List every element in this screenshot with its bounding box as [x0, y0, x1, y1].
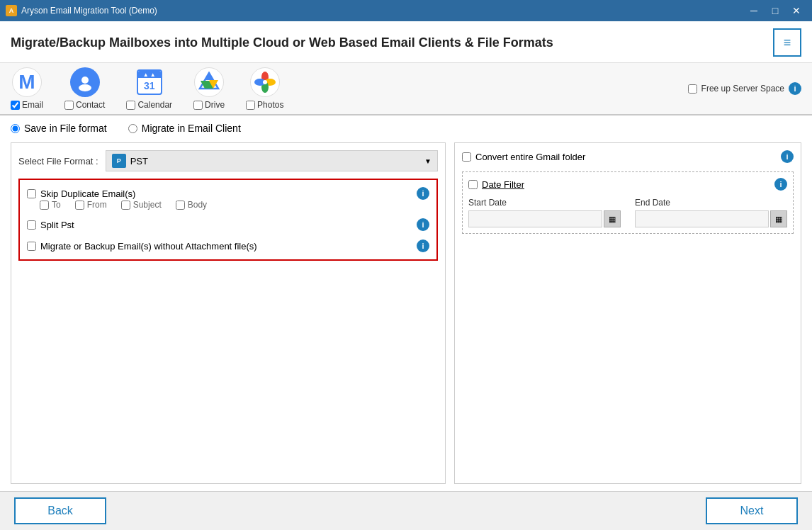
- start-date-picker-button[interactable]: ▦: [604, 210, 621, 227]
- split-pst-label: Split Pst: [40, 220, 74, 230]
- migrate-email-option[interactable]: Migrate in Email Client: [128, 123, 241, 134]
- sub-option-subject[interactable]: Subject: [121, 200, 162, 210]
- start-date-label: Start Date: [468, 198, 621, 208]
- skip-duplicate-checkbox[interactable]: [27, 189, 36, 198]
- title-bar: A Aryson Email Migration Tool (Demo) ─ □…: [0, 0, 812, 21]
- migrate-email-label: Migrate in Email Client: [142, 123, 241, 134]
- migrate-email-radio[interactable]: [128, 124, 137, 133]
- free-server-space-checkbox[interactable]: [688, 84, 697, 94]
- right-panel: Convert entire Gmail folder i Date Filte…: [454, 142, 801, 484]
- back-button[interactable]: Back: [14, 497, 106, 524]
- close-button[interactable]: ✕: [786, 3, 806, 18]
- date-filter-section: Date Filter i Start Date ▦ End Date: [462, 171, 794, 234]
- tab-photos-label[interactable]: Photos: [246, 100, 283, 110]
- calendar-icon: ▲ ▲ 31: [135, 67, 164, 97]
- sub-option-to[interactable]: To: [40, 200, 61, 210]
- tab-photos-checkbox[interactable]: [246, 101, 255, 110]
- gmail-icon: M: [12, 67, 42, 97]
- tab-calendar-checkbox[interactable]: [126, 101, 135, 110]
- date-row: Start Date ▦ End Date ▦: [468, 198, 787, 227]
- format-value-text: PST: [130, 156, 148, 167]
- minimize-button[interactable]: ─: [744, 3, 764, 18]
- window-controls: ─ □ ✕: [744, 3, 806, 18]
- left-panel: Select File Format : P PST ▼: [11, 142, 446, 484]
- save-in-file-radio[interactable]: [11, 124, 20, 133]
- start-date-input[interactable]: [468, 210, 602, 227]
- free-server-space-label: Free up Server Space: [701, 84, 784, 94]
- pst-icon: P: [112, 154, 126, 168]
- date-filter-info-icon[interactable]: i: [774, 178, 787, 191]
- end-date-col: End Date ▦: [635, 198, 787, 227]
- migrate-no-attachment-checkbox[interactable]: [27, 242, 36, 251]
- sub-option-body-label: Body: [188, 200, 207, 210]
- app-title: Aryson Email Migration Tool (Demo): [21, 6, 157, 16]
- split-pst-info-icon[interactable]: i: [417, 218, 429, 231]
- format-label: Select File Format :: [18, 156, 98, 167]
- footer: Back Next: [0, 491, 812, 530]
- format-row: Select File Format : P PST ▼: [18, 150, 438, 171]
- sub-option-to-checkbox[interactable]: [40, 201, 49, 210]
- sub-option-body[interactable]: Body: [176, 200, 207, 210]
- sub-option-to-label: To: [52, 200, 61, 210]
- migrate-no-attachment-label: Migrate or Backup Email(s) without Attac…: [40, 241, 257, 252]
- format-select-dropdown[interactable]: P PST ▼: [106, 150, 438, 171]
- start-date-input-row: ▦: [468, 210, 621, 227]
- date-filter-header: Date Filter i: [468, 178, 787, 191]
- skip-duplicate-label: Skip Duplicate Email(s): [40, 188, 135, 199]
- radio-row: Save in File format Migrate in Email Cli…: [11, 123, 801, 134]
- convert-gmail-label: Convert entire Gmail folder: [475, 152, 585, 162]
- photos-icon: [250, 67, 280, 97]
- date-filter-checkbox[interactable]: [468, 180, 478, 189]
- maximize-button[interactable]: □: [765, 3, 785, 18]
- options-box: Skip Duplicate Email(s) i To From: [18, 179, 438, 261]
- tab-contact[interactable]: Contact: [64, 67, 105, 110]
- sub-option-subject-checkbox[interactable]: [121, 201, 130, 210]
- sub-option-body-checkbox[interactable]: [176, 201, 185, 210]
- tab-calendar-label[interactable]: Calendar: [126, 100, 172, 110]
- tab-contact-checkbox[interactable]: [64, 101, 74, 110]
- sub-option-subject-label: Subject: [133, 200, 162, 210]
- sub-option-from-label: From: [87, 200, 107, 210]
- header-section: Migrate/Backup Mailboxes into Multiple C…: [0, 21, 812, 63]
- tab-calendar[interactable]: ▲ ▲ 31 Calendar: [126, 67, 172, 110]
- save-in-file-option[interactable]: Save in File format: [11, 123, 107, 134]
- tab-email-checkbox[interactable]: [11, 101, 20, 110]
- migrate-no-attachment-info-icon[interactable]: i: [417, 239, 429, 252]
- menu-button[interactable]: ≡: [773, 28, 801, 57]
- sub-option-from-checkbox[interactable]: [75, 201, 84, 210]
- free-server-space-option: Free up Server Space i: [688, 82, 801, 95]
- svg-point-11: [263, 80, 267, 84]
- start-date-col: Start Date ▦: [468, 198, 621, 227]
- convert-gmail-checkbox[interactable]: [462, 152, 471, 162]
- skip-duplicate-info-icon[interactable]: i: [417, 187, 429, 200]
- tab-drive-label[interactable]: Drive: [193, 100, 225, 110]
- format-select-value: P PST: [112, 154, 148, 168]
- end-date-label: End Date: [635, 198, 787, 208]
- split-pst-row: Split Pst i: [27, 218, 429, 231]
- main-container: Migrate/Backup Mailboxes into Multiple C…: [0, 21, 812, 491]
- next-button[interactable]: Next: [706, 497, 798, 524]
- tab-contact-label[interactable]: Contact: [64, 100, 105, 110]
- body-section: Save in File format Migrate in Email Cli…: [0, 115, 812, 491]
- save-in-file-label: Save in File format: [24, 123, 107, 134]
- split-pst-checkbox[interactable]: [27, 220, 36, 230]
- two-col-layout: Select File Format : P PST ▼: [11, 142, 801, 484]
- sub-option-from[interactable]: From: [75, 200, 107, 210]
- tab-email[interactable]: M Email: [11, 67, 43, 110]
- end-date-input[interactable]: [635, 210, 769, 227]
- end-date-input-row: ▦: [635, 210, 787, 227]
- free-server-space-info-icon[interactable]: i: [789, 82, 801, 95]
- end-date-picker-button[interactable]: ▦: [770, 210, 787, 227]
- migrate-no-attachment-row: Migrate or Backup Email(s) without Attac…: [27, 239, 429, 252]
- tab-drive[interactable]: Drive: [193, 67, 225, 110]
- convert-gmail-info-icon[interactable]: i: [781, 150, 794, 163]
- page-title: Migrate/Backup Mailboxes into Multiple C…: [11, 35, 773, 50]
- skip-duplicate-sub-options: To From Subject: [27, 200, 429, 210]
- convert-gmail-row: Convert entire Gmail folder i: [462, 150, 794, 163]
- tab-drive-checkbox[interactable]: [193, 101, 203, 110]
- tab-photos[interactable]: Photos: [246, 67, 283, 110]
- tab-email-label[interactable]: Email: [11, 100, 43, 110]
- dropdown-chevron-icon: ▼: [424, 157, 432, 165]
- svg-point-1: [79, 84, 91, 91]
- svg-point-0: [81, 77, 89, 84]
